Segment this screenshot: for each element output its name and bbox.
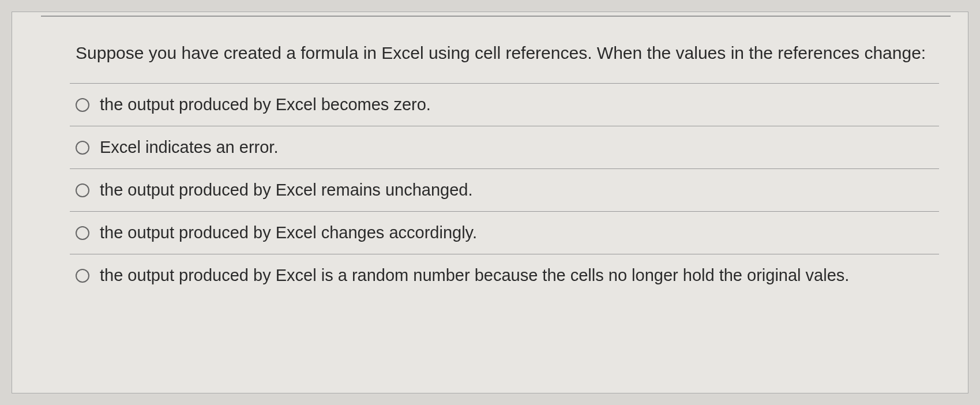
radio-icon[interactable] [76, 226, 89, 240]
option-label: Excel indicates an error. [100, 138, 278, 157]
question-container: Suppose you have created a formula in Ex… [12, 12, 968, 393]
question-prompt: Suppose you have created a formula in Ex… [12, 17, 968, 83]
top-divider [41, 12, 951, 17]
option-row[interactable]: Excel indicates an error. [70, 126, 939, 168]
option-label: the output produced by Excel becomes zer… [100, 95, 431, 114]
option-label: the output produced by Excel is a random… [100, 266, 849, 285]
option-row[interactable]: the output produced by Excel is a random… [70, 254, 939, 297]
radio-icon[interactable] [76, 141, 89, 155]
radio-icon[interactable] [76, 183, 89, 197]
option-label: the output produced by Excel changes acc… [100, 223, 477, 242]
option-label: the output produced by Excel remains unc… [100, 181, 472, 200]
radio-icon[interactable] [76, 98, 89, 112]
radio-icon[interactable] [76, 269, 89, 283]
options-list: the output produced by Excel becomes zer… [12, 83, 968, 297]
option-row[interactable]: the output produced by Excel becomes zer… [70, 83, 939, 126]
option-row[interactable]: the output produced by Excel remains unc… [70, 168, 939, 211]
option-row[interactable]: the output produced by Excel changes acc… [70, 211, 939, 254]
